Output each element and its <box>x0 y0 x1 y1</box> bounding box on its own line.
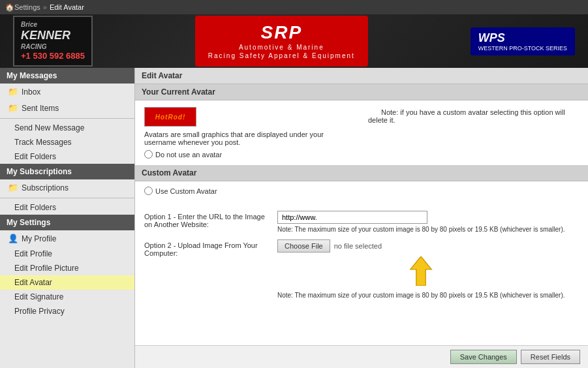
inbox-icon: 📁 <box>8 87 18 97</box>
option2-note: Note: The maximum size of your custom im… <box>277 292 571 299</box>
sidebar-item-edit-profile[interactable]: Edit Profile <box>0 247 134 261</box>
sidebar-item-my-profile[interactable]: 👤 My Profile <box>0 230 134 247</box>
sidebar-item-send-new[interactable]: Send New Message <box>0 121 134 135</box>
sidebar-item-inbox[interactable]: 📁 Inbox <box>0 84 134 100</box>
sidebar-item-edit-folders-sub[interactable]: Edit Folders <box>0 200 134 215</box>
no-avatar-note: Note: if you have a custom avatar select… <box>368 108 565 124</box>
no-avatar-radio[interactable] <box>144 150 153 159</box>
sidebar-item-edit-profile-picture[interactable]: Edit Profile Picture <box>0 261 134 275</box>
current-avatar-title: Your Current Avatar <box>135 84 588 100</box>
wps-title: WPS <box>478 31 505 44</box>
content-footer: Save Changes Reset Fields <box>135 345 588 368</box>
option1-input-area: Note: The maximum size of your custom im… <box>277 211 579 233</box>
option2-input-area: Choose File no file selected Note: The m… <box>277 239 579 299</box>
srp-sub1: Automotive & Marine <box>208 43 355 52</box>
no-avatar-text: Do not use an avatar <box>155 151 222 159</box>
save-button[interactable]: Save Changes <box>450 350 517 364</box>
kenner-sub: Brice <box>21 21 85 29</box>
srp-logo: SRP Automotive & Marine Racing Safety Ap… <box>195 16 368 67</box>
arrow-icon <box>408 256 434 286</box>
sidebar-item-subscriptions[interactable]: 📁 Subscriptions <box>0 179 134 196</box>
custom-avatar-title: Custom Avatar <box>135 165 588 181</box>
sidebar-item-edit-avatar[interactable]: Edit Avatar <box>0 275 134 290</box>
nav-current: Edit Avatar <box>50 3 84 11</box>
wps-logo: WPS WESTERN PRO-STOCK SERIES <box>471 27 575 55</box>
svg-marker-0 <box>410 256 431 286</box>
kenner-racing: RACING <box>21 43 85 51</box>
subscriptions-section-header: My Subscriptions <box>0 164 134 179</box>
srp-sub2: Racing Safety Apparel & Equipment <box>208 52 355 60</box>
sidebar-item-sent[interactable]: 📁 Sent Items <box>0 100 134 116</box>
sidebar-item-edit-folders-messages[interactable]: Edit Folders <box>0 149 134 164</box>
profile-label: My Profile <box>22 234 56 243</box>
content-area: Edit Avatar Your Current Avatar HotRod! … <box>135 68 588 368</box>
kenner-logo: Brice KENNER RACING +1 530 592 6885 <box>13 16 93 66</box>
use-custom-label[interactable]: Use Custom Avatar <box>144 187 579 195</box>
avatar-image: HotRod! <box>144 107 196 127</box>
settings-section-header: My Settings <box>0 215 134 230</box>
messages-section-header: My Messages <box>0 68 134 84</box>
option2-label: Option 2 - Upload Image From Your Comput… <box>144 239 268 257</box>
sent-label: Sent Items <box>22 104 59 113</box>
nav-settings[interactable]: Settings <box>14 3 40 11</box>
sidebar: My Messages 📁 Inbox 📁 Sent Items Send Ne… <box>0 68 135 368</box>
content-header: Edit Avatar <box>135 68 588 84</box>
no-file-text: no file selected <box>334 242 382 250</box>
profile-icon: 👤 <box>8 234 18 243</box>
option1-label: Option 1 - Enter the URL to the Image on… <box>144 211 268 228</box>
subscriptions-icon: 📁 <box>8 183 18 192</box>
srp-title: SRP <box>261 22 303 42</box>
wps-sub: WESTERN PRO-STOCK SERIES <box>478 45 567 52</box>
use-custom-radio[interactable] <box>144 187 153 195</box>
sent-icon: 📁 <box>8 103 18 113</box>
kenner-phone: +1 530 592 6885 <box>21 51 85 61</box>
no-avatar-label[interactable]: Do not use an avatar <box>144 150 355 159</box>
choose-file-button[interactable]: Choose File <box>277 239 330 253</box>
top-nav: 🏠 Settings » Edit Avatar <box>0 0 588 14</box>
url-input[interactable] <box>277 211 427 224</box>
subscriptions-label: Subscriptions <box>22 183 69 192</box>
content-body: Your Current Avatar HotRod! Avatars are … <box>135 84 588 345</box>
option1-note: Note: The maximum size of your custom im… <box>277 226 571 233</box>
avatar-description: Avatars are small graphics that are disp… <box>144 130 355 146</box>
home-icon: 🏠 <box>5 3 14 12</box>
arrow-indicator <box>277 253 579 290</box>
reset-button[interactable]: Reset Fields <box>521 350 580 364</box>
avatar-display: HotRod! Avatars are small graphics that … <box>144 107 355 159</box>
custom-avatar-content: Option 1 - Enter the URL to the Image on… <box>135 198 588 305</box>
inbox-label: Inbox <box>22 87 40 97</box>
option1-row: Option 1 - Enter the URL to the Image on… <box>144 211 579 233</box>
sidebar-item-edit-signature[interactable]: Edit Signature <box>0 290 134 304</box>
nav-separator: » <box>43 3 47 11</box>
current-avatar-section: HotRod! Avatars are small graphics that … <box>135 100 588 165</box>
kenner-name: KENNER <box>21 29 85 43</box>
banner: Brice KENNER RACING +1 530 592 6885 SRP … <box>0 14 588 68</box>
option2-row: Option 2 - Upload Image From Your Comput… <box>144 239 579 299</box>
custom-radio-row: Use Custom Avatar <box>135 181 588 198</box>
sidebar-item-track[interactable]: Track Messages <box>0 135 134 149</box>
sidebar-item-profile-privacy[interactable]: Profile Privacy <box>0 304 134 318</box>
file-input-row: Choose File no file selected <box>277 239 579 253</box>
use-custom-text: Use Custom Avatar <box>155 187 217 195</box>
